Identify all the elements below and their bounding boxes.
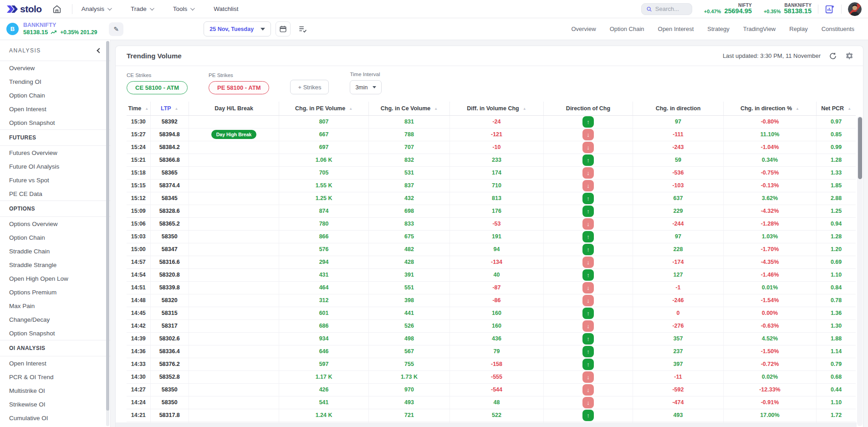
cell-time: 14:33: [127, 358, 150, 370]
chart-add-button[interactable]: [825, 4, 835, 14]
vertical-scrollbar[interactable]: [857, 116, 863, 426]
cell-ce-volume: 432: [368, 192, 449, 205]
symbol-name[interactable]: BANKNIFTY: [23, 22, 97, 29]
cell-chg-direction: 397: [633, 358, 723, 370]
col-header-ltp[interactable]: LTP▲: [150, 102, 189, 115]
sidebar-item-options-overview[interactable]: Options Overview: [0, 217, 110, 231]
tab-option-chain[interactable]: Option Chain: [610, 26, 644, 32]
refresh-button[interactable]: [829, 52, 837, 60]
ce-strikes-label: CE Strikes: [127, 72, 188, 78]
cell-chg-direction-pct: -0.91%: [723, 396, 817, 409]
cell-direction: ↑: [543, 409, 633, 422]
tab-constituents[interactable]: Constituents: [822, 26, 854, 32]
cell-day-hl-break: [189, 307, 279, 319]
sidebar-item-options-premium[interactable]: Options Premium: [0, 285, 110, 299]
sidebar-collapse-icon[interactable]: [97, 48, 102, 53]
col-header-chg-in-pe-volume[interactable]: Chg. in PE Volume▲: [279, 102, 368, 115]
cell-time: 14:51: [127, 281, 150, 294]
sidebar-item-future-oi-analysis[interactable]: Future OI Analysis: [0, 159, 110, 173]
cell-ce-volume: 391: [368, 268, 449, 281]
cell-diff-volume: 79: [450, 345, 544, 358]
horizontal-scrollbar[interactable]: [116, 422, 857, 427]
vertical-scrollbar-thumb[interactable]: [858, 117, 862, 179]
calendar-button[interactable]: [276, 21, 291, 36]
tab-replay[interactable]: Replay: [789, 26, 807, 32]
tab-strategy[interactable]: Strategy: [707, 26, 729, 32]
col-header-net-pcr[interactable]: Net PCR▲: [817, 102, 856, 115]
sidebar-item-cumulative-oi[interactable]: Cumulative OI: [0, 411, 110, 425]
user-avatar[interactable]: [848, 2, 862, 16]
cell-time: 15:18: [127, 166, 150, 179]
sidebar-item-pcr-oi-trend[interactable]: PCR & OI Trend: [0, 370, 110, 384]
sidebar-item-option-snapshot[interactable]: Option Snapshot: [0, 116, 110, 129]
sidebar-item-straddle-chain[interactable]: Straddle Chain: [0, 244, 110, 258]
cell-ce-volume: 707: [368, 141, 449, 154]
settings-button[interactable]: [845, 51, 854, 60]
sidebar-item-open-interest[interactable]: Open Interest: [0, 356, 110, 370]
nav-menu-label: Trade: [131, 5, 147, 12]
sidebar-item-open-high-open-low[interactable]: Open High Open Low: [0, 272, 110, 285]
home-button[interactable]: [52, 4, 62, 14]
cell-chg-direction: 237: [633, 345, 723, 358]
cell-direction: ↓: [543, 396, 633, 409]
arrow-down-icon: ↓: [582, 167, 594, 179]
sidebar-item-option-snapshot[interactable]: Option Snapshot: [0, 326, 110, 340]
cell-day-hl-break: [189, 370, 279, 383]
time-interval-select[interactable]: 3min: [350, 80, 381, 94]
cell-chg-direction: 637: [633, 192, 723, 205]
logo-text: stolo: [20, 4, 42, 15]
sidebar-item-multistrike-oi[interactable]: Multistrike OI: [0, 384, 110, 397]
sidebar-item-max-pain[interactable]: Max Pain: [0, 299, 110, 313]
sidebar-item-straddle-strangle[interactable]: Straddle Strangle: [0, 258, 110, 272]
cell-direction: ↑: [543, 192, 633, 205]
sidebar-item-open-interest[interactable]: Open Interest: [0, 102, 110, 116]
sidebar-item-pe-ce-data[interactable]: PE CE Data: [0, 187, 110, 201]
cell-ltp: 58320: [150, 294, 189, 307]
col-header-chg-in-direction-[interactable]: Chg. in direction %▲: [723, 102, 817, 115]
sidebar-item-change-decay[interactable]: Change/Decay: [0, 313, 110, 326]
table-row: 15:0958328.6874698176↑229-4.32%1.25: [127, 205, 856, 217]
nav-menu-watchlist[interactable]: Watchlist: [214, 5, 238, 12]
edit-symbol-button[interactable]: ✎: [109, 22, 123, 36]
cell-day-hl-break: Day High Break: [189, 128, 279, 141]
home-icon: [52, 4, 62, 14]
search-input[interactable]: [655, 5, 687, 12]
table-row: 15:3058392807831-24↑97-0.80%0.97: [127, 115, 856, 128]
sidebar-item-option-chain[interactable]: Option Chain: [0, 88, 110, 102]
cell-net-pcr: 2.88: [817, 192, 856, 205]
pe-strike-chip[interactable]: PE 58100 - ATM: [209, 81, 269, 94]
tab-overview[interactable]: Overview: [571, 26, 596, 32]
nav-menu-tools[interactable]: Tools: [173, 5, 194, 12]
col-header-diff-in-volume-chg[interactable]: Diff. in Volume Chg▲: [450, 102, 544, 115]
watchlist-check-button[interactable]: [295, 21, 310, 36]
cell-ce-volume: 832: [368, 154, 449, 166]
sidebar-item-futures-overview[interactable]: Futures Overview: [0, 146, 110, 159]
cell-diff-volume: 522: [450, 409, 544, 422]
cell-direction: ↓: [543, 128, 633, 141]
sidebar-item-trending-oi[interactable]: Trending OI: [0, 75, 110, 88]
sidebar-item-future-vs-spot[interactable]: Future vs Spot: [0, 173, 110, 187]
search-box[interactable]: [641, 3, 692, 15]
tab-tradingview[interactable]: TradingView: [743, 26, 776, 32]
sidebar-scrollbar[interactable]: [106, 41, 109, 426]
add-strikes-button[interactable]: + Strikes: [290, 80, 329, 94]
nav-menu-trade[interactable]: Trade: [131, 5, 153, 12]
cell-net-pcr: 1.20: [817, 243, 856, 256]
arrow-up-icon: ↑: [582, 308, 594, 319]
col-header-chg-in-ce-volume[interactable]: Chg. in Ce Volume▲: [368, 102, 449, 115]
cell-ce-volume: 788: [368, 128, 449, 141]
tab-open-interest[interactable]: Open Interest: [658, 26, 694, 32]
ce-strike-chip[interactable]: CE 58100 - ATM: [127, 81, 188, 94]
sidebar-item-strikewise-oi[interactable]: Strikewise OI: [0, 397, 110, 411]
cell-chg-direction-pct: 0.00%: [723, 307, 817, 319]
stolo-logo[interactable]: stolo: [6, 4, 42, 15]
sidebar-item-overview[interactable]: Overview: [0, 61, 110, 75]
sidebar-item-option-chain[interactable]: Option Chain: [0, 231, 110, 244]
date-select[interactable]: 25 Nov, Tuesday: [204, 21, 271, 36]
cell-chg-direction-pct: 1.03%: [723, 230, 817, 243]
cell-diff-volume: 40: [450, 268, 544, 281]
cell-pe-volume: 686: [279, 319, 368, 332]
cell-chg-direction-pct: -12.33%: [723, 383, 817, 396]
nav-menu-analysis[interactable]: Analysis: [82, 5, 111, 12]
col-header-time[interactable]: Time▲: [127, 102, 150, 115]
